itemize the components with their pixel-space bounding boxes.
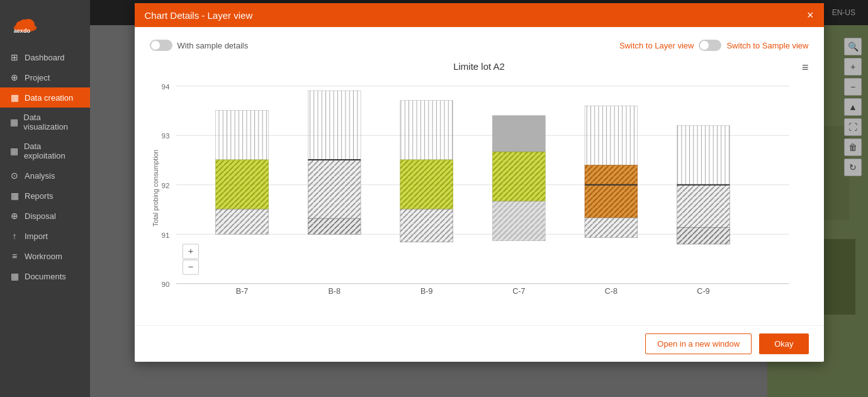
sidebar-item-label: Data visualization — [23, 113, 81, 131]
sidebar: aexdo ⊞ Dashboard ⊕ Project ▦ Data creat… — [0, 0, 90, 397]
reports-icon: ▦ — [9, 191, 20, 201]
sidebar-item-label: Workroom — [25, 252, 62, 261]
label-c9: C-9 — [697, 287, 709, 296]
bar-c9-bot — [677, 228, 730, 244]
toggle-knob-2 — [700, 41, 709, 50]
label-c8: C-8 — [604, 287, 617, 296]
bar-b9-top — [400, 101, 453, 160]
sidebar-item-dashboard[interactable]: ⊞ Dashboard — [0, 47, 90, 67]
disposal-icon: ⊕ — [9, 211, 20, 221]
open-new-window-button[interactable]: Open in a new window — [645, 333, 752, 354]
import-icon: ↑ — [9, 231, 20, 241]
sidebar-item-data-visualization[interactable]: ▦ Data visualization — [0, 108, 90, 137]
chart-details-modal: Chart Details - Layer view × With sample… — [135, 3, 824, 362]
chart-container: Limite lot A2 ≡ 94 93 92 91 90 — [150, 61, 809, 313]
label-b8: B-8 — [328, 287, 341, 296]
label-c7: C-7 — [512, 287, 525, 296]
modal-footer: Open in a new window Okay — [135, 325, 824, 362]
layer-view-toggle[interactable] — [699, 40, 721, 51]
y-label-91: 91 — [161, 232, 169, 239]
logo-container: aexdo — [0, 6, 90, 47]
bar-chart: 94 93 92 91 90 Total pr — [150, 75, 809, 301]
analysis-icon: ⊙ — [9, 171, 20, 181]
sidebar-item-documents[interactable]: ▦ Documents — [0, 266, 90, 286]
bar-b9-bot — [400, 210, 453, 242]
bar-c9-mid — [677, 185, 730, 228]
sidebar-item-data-creation[interactable]: ▦ Data creation — [0, 87, 90, 108]
sidebar-item-label: Import — [25, 232, 48, 241]
sidebar-item-label: Analysis — [25, 171, 55, 181]
bar-b7-top — [215, 110, 268, 160]
modal-body: With sample details Switch to Layer view… — [135, 27, 824, 325]
bar-b9-mid — [400, 160, 453, 210]
chart-menu-button[interactable]: ≡ — [802, 61, 809, 74]
chart-zoom-out[interactable]: − — [188, 262, 193, 272]
data-creation-icon: ▦ — [9, 92, 20, 103]
dashboard-icon: ⊞ — [9, 52, 20, 62]
sidebar-item-label: Documents — [25, 272, 66, 281]
data-exploitation-icon: ▦ — [9, 146, 19, 156]
layer-view-switch-group: Switch to Layer view Switch to Sample vi… — [619, 40, 809, 51]
sidebar-item-label: Data exploitation — [24, 142, 81, 160]
bar-b8-top — [308, 91, 361, 160]
controls-row: With sample details Switch to Layer view… — [150, 40, 809, 51]
chart-zoom-in[interactable]: + — [188, 246, 193, 256]
sample-details-toggle[interactable] — [150, 40, 172, 51]
y-label-90: 90 — [161, 281, 169, 288]
sample-details-toggle-group: With sample details — [150, 40, 249, 51]
bar-c9-top — [677, 126, 730, 185]
svg-text:aexdo: aexdo — [14, 28, 31, 35]
sample-details-label: With sample details — [178, 41, 249, 50]
bar-b8-mid — [308, 160, 361, 218]
y-label-94: 94 — [161, 83, 169, 91]
y-axis-label: Total probing consumption — [152, 150, 159, 226]
switch-sample-label[interactable]: Switch to Sample view — [726, 41, 808, 50]
sidebar-item-disposal[interactable]: ⊕ Disposal — [0, 206, 90, 226]
toggle-knob — [151, 41, 160, 50]
modal-close-button[interactable]: × — [807, 9, 814, 21]
label-b9: B-9 — [420, 287, 432, 296]
chart-title: Limite lot A2 — [453, 61, 505, 72]
main-area: ique EN-US 🔍 + − ▲ ⛶ 🗑 ↻ Chart Details -… — [90, 0, 868, 397]
chart-svg-wrapper: 94 93 92 91 90 Total pr — [150, 75, 809, 301]
sidebar-item-label: Dashboard — [25, 53, 65, 62]
modal-overlay: Chart Details - Layer view × With sample… — [90, 0, 868, 397]
sidebar-item-data-exploitation[interactable]: ▦ Data exploitation — [0, 137, 90, 165]
switch-layer-label[interactable]: Switch to Layer view — [619, 41, 694, 50]
sidebar-item-label: Project — [25, 73, 50, 82]
sidebar-item-reports[interactable]: ▦ Reports — [0, 186, 90, 206]
sidebar-item-workroom[interactable]: ≡ Workroom — [0, 246, 90, 266]
workroom-icon: ≡ — [9, 251, 20, 261]
okay-button[interactable]: Okay — [759, 333, 808, 354]
y-label-92: 92 — [161, 182, 169, 189]
bar-c7-bot — [492, 201, 545, 241]
y-label-93: 93 — [161, 132, 169, 140]
sidebar-item-analysis[interactable]: ⊙ Analysis — [0, 165, 90, 186]
data-visualization-icon: ▦ — [9, 117, 18, 127]
bar-c8-mid — [585, 165, 638, 218]
sidebar-item-import[interactable]: ↑ Import — [0, 226, 90, 246]
modal-title: Chart Details - Layer view — [145, 10, 253, 21]
bar-c7-top — [492, 116, 545, 152]
bar-b7-bot — [215, 210, 268, 235]
sidebar-item-project[interactable]: ⊕ Project — [0, 67, 90, 87]
svg-point-3 — [20, 20, 29, 28]
sidebar-item-label: Reports — [25, 191, 54, 201]
app-logo: aexdo — [9, 13, 41, 35]
bar-c8-top — [585, 106, 638, 165]
label-b7: B-7 — [235, 287, 248, 296]
bar-c8-bot — [585, 218, 638, 237]
sidebar-item-label: Data creation — [25, 93, 73, 103]
sidebar-item-label: Disposal — [25, 211, 56, 221]
bar-b8-bot — [308, 218, 361, 234]
modal-header: Chart Details - Layer view × — [135, 3, 824, 27]
bar-b7-mid — [215, 160, 268, 210]
bar-c7-mid — [492, 152, 545, 201]
documents-icon: ▦ — [9, 271, 20, 281]
project-icon: ⊕ — [9, 72, 20, 82]
